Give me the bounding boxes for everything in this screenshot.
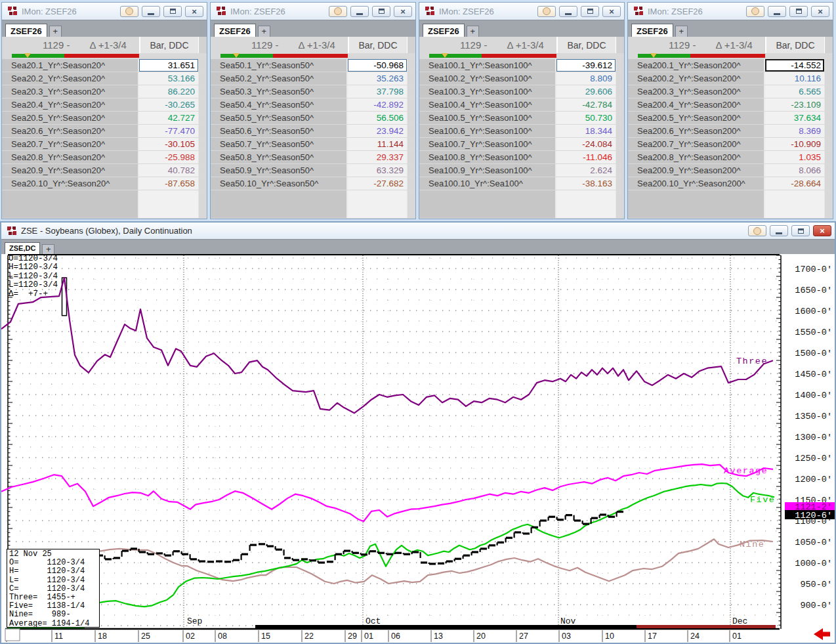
table-row[interactable]: Sea50.10_Yr^:Season50^-27.682 — [211, 177, 415, 190]
row-value[interactable]: -30.105 — [139, 138, 198, 150]
add-tab-button[interactable]: + — [467, 26, 479, 37]
row-value[interactable]: 37.634 — [765, 112, 824, 124]
pin-button[interactable] — [746, 6, 764, 17]
maximize-button[interactable] — [791, 225, 810, 236]
table-row[interactable]: Sea100.10_Yr^:Sea100^-38.163 — [419, 177, 624, 190]
row-value[interactable]: 23.942 — [348, 125, 407, 137]
table-row[interactable]: Sea200.5_Yr^:Season200^37.634 — [628, 112, 833, 125]
table-row[interactable]: Sea200.10_Yr^:Season200^-28.664 — [628, 177, 833, 190]
table-row[interactable]: Sea50.6_Yr^:Season50^23.942 — [211, 125, 415, 138]
table-row[interactable]: Sea50.5_Yr^:Season50^56.506 — [211, 112, 415, 125]
table-row[interactable]: Sea200.7_Yr^:Season200^-10.909 — [628, 138, 833, 151]
row-value[interactable]: -23.109 — [765, 98, 824, 111]
row-value[interactable]: -14.552 — [765, 59, 824, 72]
tab-zsef26[interactable]: ZSEF26 — [214, 24, 256, 37]
table-row[interactable]: Sea50.2_Yr^:Season50^35.263 — [211, 72, 415, 85]
table-row[interactable]: Sea200.4_Yr^:Season200^-23.109 — [628, 98, 833, 112]
row-value[interactable]: 29.606 — [556, 85, 616, 98]
row-value[interactable]: -38.163 — [556, 177, 616, 190]
row-value[interactable]: 8.809 — [556, 72, 616, 85]
table-row[interactable]: Sea100.8_Yr^:Season100^-11.046 — [419, 151, 624, 164]
table-row[interactable]: Sea100.4_Yr^:Season100^-42.784 — [419, 98, 624, 112]
row-value[interactable]: -27.682 — [348, 177, 407, 190]
minimize-button[interactable] — [350, 6, 369, 17]
row-value[interactable]: -24.084 — [556, 138, 616, 150]
table-row[interactable]: Sea200.9_Yr^:Season200^8.066 — [628, 164, 833, 177]
row-value[interactable]: 50.730 — [556, 112, 616, 124]
column-header-bar-ddc[interactable]: Bar, DDC — [556, 37, 616, 53]
price-chart[interactable]: 1700-0'1650-0'1600-0'1550-0'1500-0'1450-… — [1, 254, 835, 643]
table-row[interactable]: Sea20.3_Yr^:Season20^86.220 — [2, 85, 207, 98]
tab-zse-dc[interactable]: ZSE,DC — [5, 242, 40, 254]
column-header-bar-ddc[interactable]: Bar, DDC — [348, 37, 407, 53]
row-value[interactable]: -39.612 — [556, 59, 616, 72]
row-value[interactable]: -11.046 — [556, 151, 616, 163]
row-value[interactable]: 37.798 — [348, 85, 407, 98]
close-button[interactable]: × — [394, 6, 412, 17]
row-value[interactable]: 53.166 — [139, 72, 198, 85]
table-row[interactable]: Sea100.5_Yr^:Season100^50.730 — [419, 112, 624, 125]
table-row[interactable]: Sea50.1_Yr^:Season50^-50.968 — [211, 59, 415, 72]
row-value[interactable]: 10.116 — [765, 72, 824, 85]
table-row[interactable]: Sea20.1_Yr^:Season20^31.651 — [2, 59, 207, 72]
table-row[interactable]: Sea20.9_Yr^:Season20^40.782 — [2, 164, 207, 177]
add-tab-button[interactable]: + — [675, 26, 688, 37]
table-row[interactable]: Sea100.7_Yr^:Season100^-24.084 — [419, 138, 624, 151]
row-value[interactable]: 35.263 — [348, 72, 407, 85]
maximize-button[interactable] — [789, 6, 808, 17]
row-value[interactable]: 8.369 — [765, 125, 824, 137]
table-row[interactable]: Sea100.6_Yr^:Season100^18.344 — [419, 125, 624, 138]
minimize-button[interactable] — [770, 225, 788, 236]
table-row[interactable]: Sea200.2_Yr^:Season200^10.116 — [628, 72, 833, 85]
table-row[interactable]: Sea20.10_Yr^:Season20^-87.658 — [2, 177, 207, 190]
row-value[interactable]: 40.782 — [139, 164, 198, 177]
row-value[interactable]: -30.265 — [139, 98, 198, 111]
panel-titlebar[interactable]: IMon: ZSEF26 × — [419, 3, 624, 20]
maximize-button[interactable] — [163, 6, 182, 17]
table-row[interactable]: Sea100.1_Yr^:Season100^-39.612 — [419, 59, 624, 72]
row-value[interactable]: 56.506 — [348, 112, 407, 124]
maximize-button[interactable] — [372, 6, 390, 17]
tab-zsef26[interactable]: ZSEF26 — [631, 24, 673, 37]
table-row[interactable]: Sea20.7_Yr^:Season20^-30.105 — [2, 138, 207, 151]
row-value[interactable]: -50.968 — [348, 59, 407, 72]
row-value[interactable]: 63.329 — [348, 164, 407, 177]
table-row[interactable]: Sea200.8_Yr^:Season200^1.035 — [628, 151, 833, 164]
chart-plot-area[interactable]: 1700-0'1650-0'1600-0'1550-0'1500-0'1450-… — [1, 254, 835, 643]
row-value[interactable]: 11.144 — [348, 138, 407, 150]
row-value[interactable]: 29.337 — [348, 151, 407, 163]
table-row[interactable]: Sea50.3_Yr^:Season50^37.798 — [211, 85, 415, 98]
panel-titlebar[interactable]: IMon: ZSEF26 × — [628, 3, 833, 20]
maximize-button[interactable] — [581, 6, 599, 17]
add-tab-button[interactable]: + — [42, 244, 54, 254]
row-value[interactable]: -10.909 — [765, 138, 824, 150]
table-row[interactable]: Sea50.8_Yr^:Season50^29.337 — [211, 151, 415, 164]
row-value[interactable]: 18.344 — [556, 125, 616, 137]
table-row[interactable]: Sea20.6_Yr^:Season20^-77.470 — [2, 125, 207, 138]
pin-button[interactable] — [329, 6, 347, 17]
table-row[interactable]: Sea200.1_Yr^:Season200^-14.552 — [628, 59, 833, 72]
row-value[interactable]: 42.727 — [139, 112, 198, 124]
minimize-button[interactable] — [768, 6, 786, 17]
close-button[interactable]: × — [185, 6, 203, 17]
tab-zsef26[interactable]: ZSEF26 — [5, 24, 47, 37]
table-row[interactable]: Sea200.6_Yr^:Season200^8.369 — [628, 125, 833, 138]
table-row[interactable]: Sea50.9_Yr^:Season50^63.329 — [211, 164, 415, 177]
row-value[interactable]: -42.892 — [348, 98, 407, 111]
add-tab-button[interactable]: + — [49, 26, 62, 37]
tab-zsef26[interactable]: ZSEF26 — [423, 24, 465, 37]
close-button[interactable]: × — [602, 6, 621, 17]
table-row[interactable]: Sea100.2_Yr^:Season100^8.809 — [419, 72, 624, 85]
row-value[interactable]: 86.220 — [139, 85, 198, 98]
chart-titlebar[interactable]: ZSE - Soybeans (Globex), Daily Continuat… — [1, 223, 835, 239]
table-row[interactable]: Sea50.4_Yr^:Season50^-42.892 — [211, 98, 415, 112]
table-row[interactable]: Sea50.7_Yr^:Season50^11.144 — [211, 138, 415, 151]
table-row[interactable]: Sea20.8_Yr^:Season20^-25.988 — [2, 151, 207, 164]
table-row[interactable]: Sea20.2_Yr^:Season20^53.166 — [2, 72, 207, 85]
pin-button[interactable] — [537, 6, 556, 17]
row-value[interactable]: 1.035 — [765, 151, 824, 163]
row-value[interactable]: -25.988 — [139, 151, 198, 163]
panel-titlebar[interactable]: IMon: ZSEF26 × — [2, 3, 207, 20]
column-header-bar-ddc[interactable]: Bar, DDC — [139, 37, 198, 53]
row-value[interactable]: -87.658 — [139, 177, 198, 190]
